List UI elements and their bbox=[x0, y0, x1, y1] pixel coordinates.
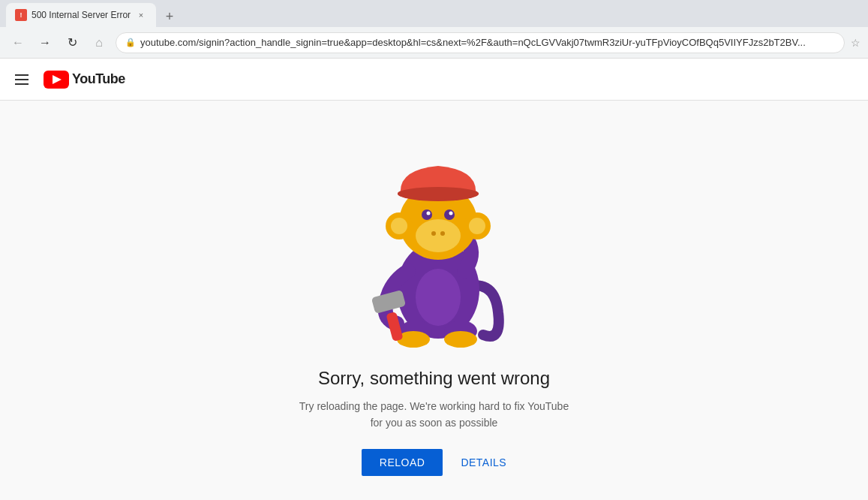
hamburger-menu-button[interactable] bbox=[12, 71, 32, 88]
error-page: Sorry, something went wrong Try reloadin… bbox=[0, 101, 868, 500]
refresh-button[interactable]: ↻ bbox=[62, 32, 83, 53]
tab-list: ! 500 Internal Server Error × + bbox=[6, 0, 180, 27]
address-text: youtube.com/signin?action_handle_signin=… bbox=[140, 37, 835, 48]
svg-point-11 bbox=[391, 218, 407, 234]
svg-point-19 bbox=[431, 231, 436, 236]
tab-favicon-icon: ! bbox=[15, 9, 27, 21]
new-tab-button[interactable]: + bbox=[159, 6, 180, 27]
error-title: Sorry, something went wrong bbox=[318, 368, 550, 389]
error-monkey-illustration bbox=[352, 125, 517, 350]
address-bar[interactable]: 🔒 youtube.com/signin?action_handle_signi… bbox=[116, 32, 845, 53]
youtube-logo-icon bbox=[44, 71, 69, 89]
hamburger-line-1 bbox=[15, 74, 29, 76]
svg-point-14 bbox=[416, 219, 461, 252]
error-subtitle-line1: Try reloading the page. We're working ha… bbox=[299, 400, 569, 412]
svg-point-5 bbox=[444, 331, 477, 348]
forward-button[interactable]: → bbox=[35, 32, 56, 53]
address-bar-row: ← → ↻ ⌂ 🔒 youtube.com/signin?action_hand… bbox=[0, 27, 868, 59]
lock-icon: 🔒 bbox=[125, 38, 136, 47]
reload-button[interactable]: RELOAD bbox=[362, 449, 443, 476]
error-actions: RELOAD DETAILS bbox=[362, 449, 506, 476]
hamburger-line-2 bbox=[15, 79, 29, 80]
tab-title: 500 Internal Server Error bbox=[32, 10, 131, 20]
svg-point-15 bbox=[422, 209, 432, 220]
back-button[interactable]: ← bbox=[8, 32, 29, 53]
youtube-logo-text: YouTube bbox=[72, 71, 125, 87]
svg-point-18 bbox=[449, 211, 452, 215]
browser-tab-bar: ! 500 Internal Server Error × + bbox=[0, 0, 868, 27]
svg-point-1 bbox=[416, 269, 461, 326]
error-subtitle-line2: for you as soon as possible bbox=[371, 417, 498, 429]
youtube-header: YouTube bbox=[0, 59, 868, 101]
svg-point-17 bbox=[426, 211, 430, 215]
svg-point-22 bbox=[398, 187, 479, 200]
error-subtitle: Try reloading the page. We're working ha… bbox=[299, 398, 569, 432]
svg-point-16 bbox=[444, 209, 455, 220]
svg-point-20 bbox=[440, 231, 445, 236]
youtube-logo[interactable]: YouTube bbox=[44, 71, 125, 89]
bookmark-icon[interactable]: ☆ bbox=[851, 37, 860, 49]
tab-close-button[interactable]: × bbox=[135, 9, 147, 21]
monkey-svg bbox=[352, 125, 517, 350]
home-button[interactable]: ⌂ bbox=[89, 32, 110, 53]
details-button[interactable]: DETAILS bbox=[461, 456, 506, 468]
active-tab[interactable]: ! 500 Internal Server Error × bbox=[6, 3, 156, 27]
youtube-play-icon bbox=[53, 75, 62, 84]
hamburger-line-3 bbox=[15, 83, 29, 85]
svg-point-13 bbox=[469, 218, 485, 234]
